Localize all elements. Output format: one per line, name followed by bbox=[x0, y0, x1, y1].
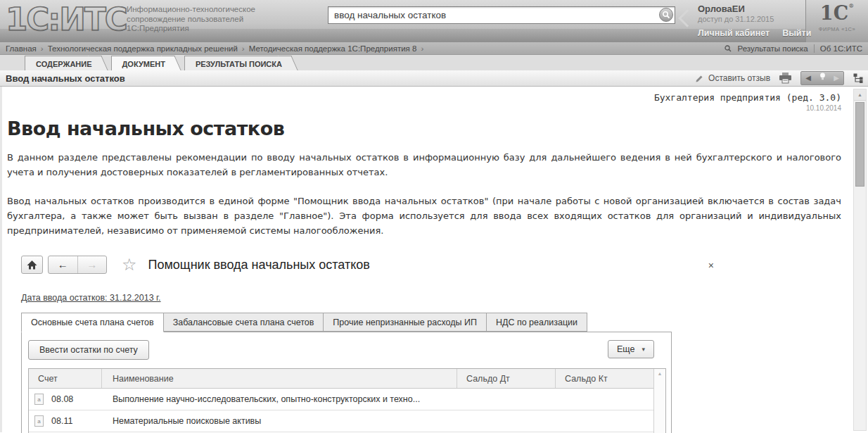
article-paragraph-2: Ввод начальных остатков производится в е… bbox=[7, 194, 841, 238]
col-header-debit[interactable]: Сальдо Дт bbox=[457, 369, 555, 388]
breadcrumb-separator: › bbox=[242, 44, 245, 53]
assistant-tab-panel: Ввести остатки по счету Еще ▾ Счет Наиме… bbox=[21, 332, 672, 433]
home-button[interactable] bbox=[21, 256, 43, 274]
enter-balances-button[interactable]: Ввести остатки по счету bbox=[28, 340, 149, 360]
document-titlebar: Ввод начальных остатков Оставить отзыв ◀ bbox=[0, 70, 868, 87]
breadcrumb-tech-support[interactable]: Технологическая поддержка прикладных реш… bbox=[48, 44, 238, 53]
site-tagline: Информационно-технологическое сопровожде… bbox=[127, 5, 255, 34]
about-its-link[interactable]: Об 1С:ИТС bbox=[820, 44, 862, 53]
tab-contents[interactable]: СОДЕРЖАНИЕ bbox=[25, 56, 98, 70]
debit-balance bbox=[457, 410, 555, 432]
article-heading: Ввод начальных остатков bbox=[7, 118, 841, 139]
assistant-form: ← → ☆ Помощник ввода начальных остатков … bbox=[21, 255, 714, 433]
edition-block: Бухгалтерия предприятия (ред. 3.0) 10.10… bbox=[654, 92, 841, 112]
titlebar-actions: Оставить отзыв ◀ ▶ bbox=[694, 71, 864, 85]
credit-balance bbox=[555, 410, 653, 432]
history-nav-group: ← → bbox=[48, 256, 107, 274]
more-button[interactable]: Еще ▾ bbox=[608, 340, 654, 358]
balances-date-link[interactable]: Дата ввода остатков: 31.12.2013 г. bbox=[21, 293, 161, 303]
search-icon bbox=[662, 11, 670, 19]
account-code: 08.08 bbox=[51, 394, 73, 404]
personal-cabinet-link[interactable]: Личный кабинет bbox=[698, 28, 770, 38]
tagline-line: 1С:Предприятия bbox=[127, 24, 255, 34]
logout-link[interactable]: Выйти bbox=[782, 28, 811, 38]
scroll-up-button[interactable]: ▲ bbox=[854, 89, 866, 101]
account-name: Выполнение научно-исследовательских, опы… bbox=[101, 389, 457, 410]
table-scrollbar: ▲ bbox=[653, 369, 665, 433]
site-header: 1С:ИТС Информационно-технологическое соп… bbox=[0, 0, 868, 42]
leave-feedback-label: Оставить отзыв bbox=[708, 73, 770, 83]
table-row[interactable]: а 08.11 Нематериальные поисковые активы bbox=[29, 410, 665, 432]
account-icon: а bbox=[34, 415, 44, 427]
chevron-decoration-icon bbox=[678, 9, 696, 27]
col-header-credit[interactable]: Сальдо Кт bbox=[555, 369, 653, 388]
tagline-line: Информационно-технологическое bbox=[127, 5, 255, 15]
user-name: ОрловаЕИ bbox=[698, 4, 745, 14]
close-icon[interactable]: × bbox=[708, 261, 714, 270]
breadcrumb-separator: › bbox=[41, 44, 44, 53]
ftab-main-accounts[interactable]: Основные счета плана счетов bbox=[21, 313, 164, 332]
article: Ввод начальных остатков В данном разделе… bbox=[0, 87, 868, 433]
table-scroll-up-icon[interactable]: ▲ bbox=[654, 369, 665, 379]
account-name: Нематериальные поисковые активы bbox=[101, 410, 457, 432]
search-results-link[interactable]: Результаты поиска bbox=[738, 44, 808, 53]
article-paragraph-1: В данном разделе представлены рекомендац… bbox=[7, 150, 841, 180]
scrollbar-thumb[interactable] bbox=[855, 102, 864, 187]
more-button-label: Еще bbox=[617, 344, 634, 354]
tab-search-results[interactable]: РЕЗУЛЬТАТЫ ПОИСКА bbox=[184, 56, 288, 70]
breadcrumb-right: Результаты поиска Об 1С:ИТС bbox=[724, 44, 862, 53]
firm-1c-logo: 1С® ФИРМА «1С» bbox=[805, 0, 868, 42]
registered-mark: ® bbox=[848, 2, 854, 9]
dropdown-arrow-icon: ▾ bbox=[642, 346, 645, 353]
forward-button[interactable]: → bbox=[78, 256, 107, 273]
content-left-edge bbox=[0, 87, 2, 432]
leave-feedback-link[interactable]: Оставить отзыв bbox=[694, 73, 770, 83]
user-links: Личный кабинет Выйти bbox=[698, 28, 811, 38]
assistant-tabs: Основные счета плана счетов Забалансовые… bbox=[21, 313, 714, 332]
account-icon: а bbox=[34, 394, 44, 405]
print-icon[interactable] bbox=[779, 73, 792, 84]
tagline-line: сопровождение пользователей bbox=[127, 15, 255, 25]
pencil-icon bbox=[694, 74, 704, 83]
back-button[interactable]: ← bbox=[49, 256, 78, 273]
col-header-name[interactable]: Наименование bbox=[101, 369, 457, 388]
table-row[interactable]: а 08.08 Выполнение научно-исследовательс… bbox=[29, 389, 665, 410]
account-code: 08.11 bbox=[51, 416, 72, 426]
table-header-row: Счет Наименование Сальдо Дт Сальдо Кт bbox=[29, 369, 665, 389]
search-bar bbox=[328, 6, 675, 24]
its-logo[interactable]: 1С:ИТС bbox=[6, 1, 127, 38]
ftab-offbalance-accounts[interactable]: Забалансовые счета плана счетов bbox=[163, 313, 324, 332]
breadcrumb-separator: › bbox=[421, 44, 423, 53]
page-scrollbar: ▲ bbox=[853, 89, 867, 431]
col-header-account[interactable]: Счет bbox=[29, 369, 101, 388]
home-icon bbox=[27, 261, 37, 270]
ftab-unrecognized-expenses[interactable]: Прочие непризнанные расходы ИП bbox=[323, 313, 487, 332]
main-tabstrip: СОДЕРЖАНИЕ ДОКУМЕНТ РЕЗУЛЬТАТЫ ПОИСКА bbox=[0, 55, 868, 70]
assistant-toolbar: ← → ☆ Помощник ввода начальных остатков … bbox=[21, 255, 714, 275]
accounts-table: Счет Наименование Сальдо Дт Сальдо Кт а … bbox=[28, 368, 666, 433]
doc-nav-group: ◀ ▶ bbox=[800, 71, 844, 85]
firm-1c-caption: ФИРМА «1С» bbox=[806, 26, 868, 32]
tree-view-icon[interactable] bbox=[853, 73, 864, 84]
breadcrumb-home[interactable]: Главная bbox=[6, 44, 37, 53]
search-results-icon bbox=[724, 44, 732, 53]
breadcrumb-method-support[interactable]: Методическая поддержка 1С:Предприятия 8 bbox=[249, 44, 417, 53]
assistant-title: Помощник ввода начальных остатков bbox=[148, 258, 370, 272]
prev-doc-button[interactable]: ◀ bbox=[801, 72, 815, 84]
breadcrumb: Главная › Технологическая поддержка прик… bbox=[0, 42, 868, 55]
search-button[interactable] bbox=[659, 8, 673, 22]
debit-balance bbox=[457, 389, 555, 410]
edition-name: Бухгалтерия предприятия (ред. 3.0) bbox=[654, 92, 841, 103]
app-window: 1С:ИТС Информационно-технологическое соп… bbox=[0, 0, 868, 433]
page-title: Ввод начальных остатков bbox=[6, 73, 125, 84]
ftab-vat-sales[interactable]: НДС по реализации bbox=[486, 313, 587, 332]
firm-1c-logo-text: 1С® bbox=[806, 2, 868, 24]
next-doc-button[interactable]: ▶ bbox=[829, 72, 843, 84]
bulb-icon[interactable] bbox=[815, 72, 829, 85]
divider bbox=[814, 44, 815, 53]
document-content: ▲ Бухгалтерия предприятия (ред. 3.0) 10.… bbox=[0, 87, 868, 432]
user-access-until: доступ до 31.12.2015 bbox=[698, 15, 774, 23]
favorite-star-icon[interactable]: ☆ bbox=[122, 256, 137, 273]
tab-document[interactable]: ДОКУМЕНТ bbox=[111, 56, 171, 70]
search-input[interactable] bbox=[328, 6, 675, 24]
